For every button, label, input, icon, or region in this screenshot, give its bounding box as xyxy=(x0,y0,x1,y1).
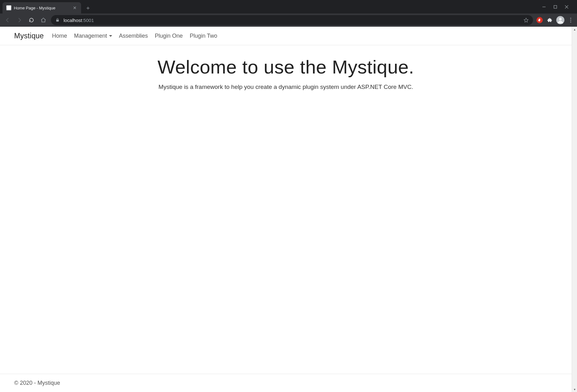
window-close-icon[interactable] xyxy=(564,5,569,9)
site-main: Welcome to use the Mystique. Mystique is… xyxy=(0,45,572,374)
url-port: :5001 xyxy=(82,18,94,23)
nav-link-plugin-two[interactable]: Plugin Two xyxy=(190,33,217,39)
page-content: Mystique Home Management Assemblies Plug… xyxy=(0,27,572,392)
nav-link-management-label: Management xyxy=(74,33,107,39)
extension-ublock-icon[interactable] xyxy=(536,17,543,24)
browser-toolbar: localhost:5001 xyxy=(0,14,577,27)
tab-strip: Home Page - Mystique ✕ ＋ xyxy=(0,0,577,14)
footer-spacer xyxy=(0,386,572,392)
scroll-down-icon[interactable]: ▾ xyxy=(572,387,577,392)
home-icon xyxy=(41,17,46,23)
nav-link-home[interactable]: Home xyxy=(52,33,67,39)
browser-menu-icon[interactable] xyxy=(568,18,574,23)
nav-link-assemblies[interactable]: Assemblies xyxy=(119,33,148,39)
forward-button[interactable] xyxy=(15,16,24,24)
person-icon xyxy=(556,16,564,24)
browser-chrome: Home Page - Mystique ✕ ＋ xyxy=(0,0,577,27)
page-title: Welcome to use the Mystique. xyxy=(0,56,572,78)
site-navbar: Mystique Home Management Assemblies Plug… xyxy=(0,27,572,45)
page-favicon-icon xyxy=(6,5,11,10)
profile-avatar[interactable] xyxy=(556,16,564,24)
vertical-scrollbar[interactable]: ▴ ▾ xyxy=(572,27,577,392)
tab-title: Home Page - Mystique xyxy=(14,6,70,10)
viewport: Mystique Home Management Assemblies Plug… xyxy=(0,27,577,392)
scroll-up-icon[interactable]: ▴ xyxy=(572,27,577,32)
url-text: localhost:5001 xyxy=(63,18,94,23)
site-footer: © 2020 - Mystique xyxy=(0,374,572,386)
lock-icon xyxy=(55,18,60,22)
hand-icon xyxy=(538,18,541,22)
svg-point-7 xyxy=(570,19,571,20)
brand[interactable]: Mystique xyxy=(14,32,44,40)
new-tab-button[interactable]: ＋ xyxy=(84,3,92,12)
home-button[interactable] xyxy=(39,16,48,24)
svg-point-8 xyxy=(570,21,571,22)
arrow-right-icon xyxy=(17,17,22,23)
window-controls xyxy=(542,0,574,14)
bookmark-star-icon[interactable] xyxy=(524,18,529,23)
svg-point-6 xyxy=(570,18,571,19)
back-button[interactable] xyxy=(3,16,12,24)
browser-tab[interactable]: Home Page - Mystique ✕ xyxy=(3,2,81,14)
window-maximize-icon[interactable] xyxy=(553,5,558,9)
chevron-down-icon xyxy=(109,35,112,37)
footer-text: © 2020 - Mystique xyxy=(14,380,60,386)
url-host: localhost xyxy=(63,18,82,23)
close-tab-icon[interactable]: ✕ xyxy=(72,5,77,10)
extensions-puzzle-icon[interactable] xyxy=(546,17,553,24)
reload-button[interactable] xyxy=(27,16,36,24)
svg-rect-4 xyxy=(56,20,59,22)
svg-rect-1 xyxy=(554,5,557,8)
address-bar[interactable]: localhost:5001 xyxy=(51,15,533,25)
window-minimize-icon[interactable] xyxy=(542,5,546,9)
svg-point-5 xyxy=(559,18,562,20)
reload-icon xyxy=(29,17,34,23)
nav-link-management[interactable]: Management xyxy=(74,33,112,39)
page-subtitle: Mystique is a framework to help you crea… xyxy=(0,84,572,90)
nav-link-plugin-one[interactable]: Plugin One xyxy=(155,33,183,39)
arrow-left-icon xyxy=(5,17,10,23)
